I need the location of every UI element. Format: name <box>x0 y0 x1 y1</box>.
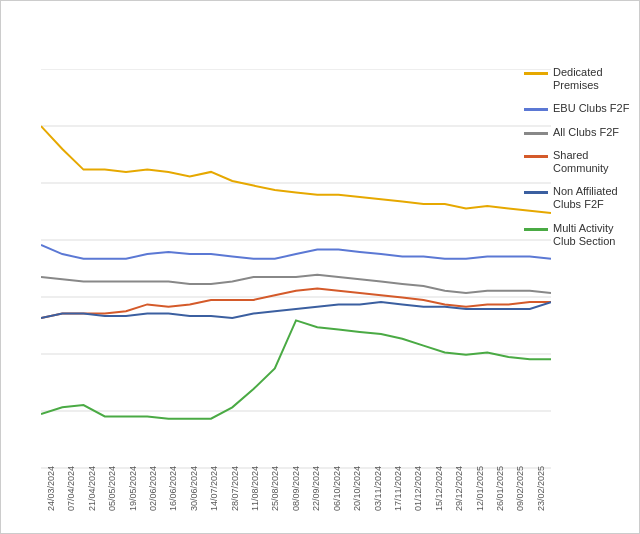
x-label: 28/07/2024 <box>225 451 245 526</box>
legend-label: Non Affiliated Clubs F2F <box>553 185 634 211</box>
legend-line <box>524 132 548 135</box>
legend-item: Non Affiliated Clubs F2F <box>524 185 634 211</box>
legend-label: All Clubs F2F <box>553 126 619 139</box>
legend-line <box>524 155 548 158</box>
x-label: 17/11/2024 <box>388 451 408 526</box>
x-label: 01/12/2024 <box>408 451 428 526</box>
x-label: 19/05/2024 <box>123 451 143 526</box>
chart-title <box>1 1 639 33</box>
chart-svg: 8.50 8.00 7.50 7.00 6.50 6.00 5.50 5.00 <box>41 69 551 469</box>
legend-line <box>524 228 548 231</box>
x-label: 25/08/2024 <box>265 451 285 526</box>
legend-item: All Clubs F2F <box>524 126 634 139</box>
x-label: 02/06/2024 <box>143 451 163 526</box>
x-label: 22/09/2024 <box>306 451 326 526</box>
x-label: 14/07/2024 <box>204 451 224 526</box>
x-label: 11/08/2024 <box>245 451 265 526</box>
x-label: 15/12/2024 <box>429 451 449 526</box>
x-label: 26/01/2025 <box>490 451 510 526</box>
x-axis: 24/03/202407/04/202421/04/202405/05/2024… <box>41 451 551 531</box>
series-dedicated-premises <box>41 126 551 213</box>
x-label: 24/03/2024 <box>41 451 61 526</box>
x-label: 12/01/2025 <box>470 451 490 526</box>
x-label: 16/06/2024 <box>163 451 183 526</box>
x-label: 30/06/2024 <box>184 451 204 526</box>
x-label: 03/11/2024 <box>368 451 388 526</box>
legend-item: Multi Activity Club Section <box>524 222 634 248</box>
x-label: 08/09/2024 <box>286 451 306 526</box>
x-label: 23/02/2025 <box>531 451 551 526</box>
legend: Dedicated PremisesEBU Clubs F2FAll Clubs… <box>524 66 634 258</box>
x-label: 20/10/2024 <box>347 451 367 526</box>
x-label: 21/04/2024 <box>82 451 102 526</box>
legend-item: Dedicated Premises <box>524 66 634 92</box>
x-label: 06/10/2024 <box>327 451 347 526</box>
legend-line <box>524 108 548 111</box>
legend-label: Dedicated Premises <box>553 66 634 92</box>
legend-item: Shared Community <box>524 149 634 175</box>
legend-line <box>524 191 548 194</box>
chart-container: 8.50 8.00 7.50 7.00 6.50 6.00 5.50 5.00 … <box>0 0 640 534</box>
series-non-affiliated-clubs-f2f <box>41 302 551 318</box>
x-label: 29/12/2024 <box>449 451 469 526</box>
legend-item: EBU Clubs F2F <box>524 102 634 115</box>
legend-label: Shared Community <box>553 149 634 175</box>
series-multi-activity-club-section <box>41 320 551 418</box>
x-label: 05/05/2024 <box>102 451 122 526</box>
series-ebu-clubs-f2f <box>41 245 551 259</box>
x-label: 07/04/2024 <box>61 451 81 526</box>
legend-line <box>524 72 548 75</box>
legend-label: EBU Clubs F2F <box>553 102 629 115</box>
x-label: 09/02/2025 <box>510 451 530 526</box>
y-axis <box>3 71 39 471</box>
legend-label: Multi Activity Club Section <box>553 222 634 248</box>
